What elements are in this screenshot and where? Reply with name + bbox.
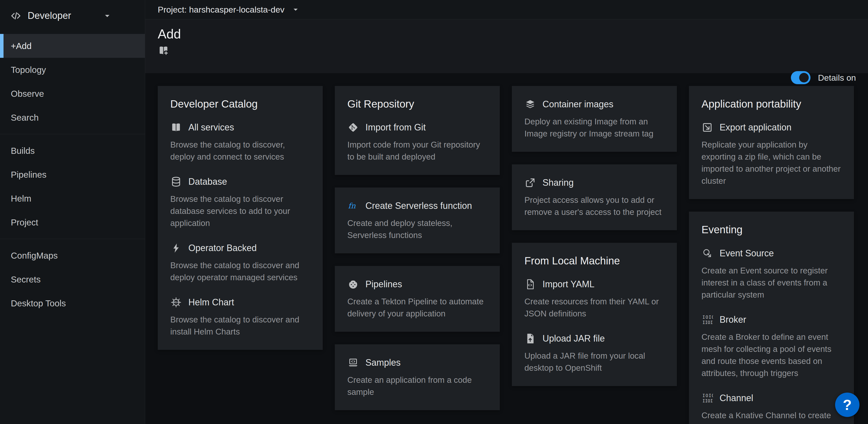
add-item-link-helm-chart[interactable]: HELMHelm Chart <box>170 296 310 308</box>
card-title: From Local Machine <box>524 255 664 267</box>
item-title: Export application <box>719 122 792 133</box>
help-button[interactable]: ? <box>835 393 860 417</box>
layers-icon <box>524 98 536 110</box>
sidebar-item-configmaps[interactable]: ConfigMaps <box>0 244 145 267</box>
project-selector[interactable]: Project: harshcasper-localsta-dev <box>158 5 299 15</box>
add-item-samples: SamplesCreate an application from a code… <box>347 357 487 398</box>
sidebar-item-observe[interactable]: Observe <box>0 82 145 106</box>
add-item-create-serverless-function: fnCreate Serverless functionCreate and d… <box>347 200 487 241</box>
card-git-repository: Git RepositoryImport from GitImport code… <box>335 86 500 175</box>
upload-file-icon <box>524 333 536 344</box>
add-item-link-operator-backed[interactable]: Operator Backed <box>170 242 310 254</box>
card-column: Developer CatalogAll servicesBrowse the … <box>158 86 323 424</box>
item-description: Browse the catalog to discover and deplo… <box>170 259 310 283</box>
page-header: Add Details on <box>145 19 868 73</box>
svg-text:IOIO: IOIO <box>703 315 713 320</box>
add-page-content: Developer CatalogAll servicesBrowse the … <box>145 73 868 424</box>
catalog-plus-icon[interactable] <box>158 45 169 56</box>
card-column: Container imagesDeploy an existing Image… <box>512 86 677 424</box>
add-item-database: DatabaseBrowse the catalog to discover d… <box>170 176 310 229</box>
item-description: Create an Event source to register inter… <box>702 265 841 301</box>
add-item-pipelines: PipelinesCreate a Tekton Pipeline to aut… <box>347 279 487 320</box>
perspective-label: Developer <box>28 10 71 21</box>
svg-text:IOIO: IOIO <box>703 393 713 398</box>
sidebar-item-add[interactable]: +Add <box>0 34 145 58</box>
page-title: Add <box>158 27 856 41</box>
add-item-channel: IOIOIIOIIChannelCreate a Knative Channel… <box>702 392 841 424</box>
item-title: Import YAML <box>542 279 594 289</box>
sidebar-item-label: Project <box>11 218 38 227</box>
card-create-serverless-function: fnCreate Serverless functionCreate and d… <box>335 188 500 253</box>
add-item-link-container-images[interactable]: Container images <box>524 98 664 110</box>
card-title: Eventing <box>702 224 841 236</box>
share-icon <box>524 177 536 189</box>
sidebar-item-desktop-tools[interactable]: Desktop Tools <box>0 291 145 315</box>
bolt-icon <box>170 242 182 254</box>
item-description: Import code from your Git repository to … <box>347 139 487 163</box>
sidebar-item-secrets[interactable]: Secrets <box>0 267 145 291</box>
sidebar-item-topology[interactable]: Topology <box>0 58 145 82</box>
perspective-switcher[interactable]: Developer <box>0 0 145 31</box>
add-item-link-upload-jar-file[interactable]: Upload JAR file <box>524 333 664 344</box>
add-item-export-application: Export applicationReplicate your applica… <box>702 122 841 187</box>
card-title: Application portability <box>702 98 841 110</box>
sidebar-item-label: +Add <box>11 41 32 51</box>
item-title: Pipelines <box>366 279 402 289</box>
item-title: Upload JAR file <box>542 333 605 344</box>
item-title: Sharing <box>542 177 574 188</box>
item-description: Project access allows you to add or remo… <box>524 194 664 218</box>
channel-icon: IOIOIIOII <box>702 392 713 404</box>
sidebar-item-pipelines[interactable]: Pipelines <box>0 163 145 187</box>
add-item-link-create-serverless-function[interactable]: fnCreate Serverless function <box>347 200 487 211</box>
add-item-link-channel[interactable]: IOIOIIOIIChannel <box>702 392 841 404</box>
item-title: Helm Chart <box>188 297 234 308</box>
sidebar-item-helm[interactable]: Helm <box>0 187 145 210</box>
item-description: Browse the catalog to discover database … <box>170 193 310 229</box>
helm-icon: HELM <box>170 296 182 308</box>
item-description: Create resources from their YAML or JSON… <box>524 295 664 320</box>
add-item-event-source: Event SourceCreate an Event source to re… <box>702 248 841 301</box>
sidebar-item-label: Observe <box>11 89 44 99</box>
card-samples: SamplesCreate an application from a code… <box>335 344 500 410</box>
chevron-down-icon <box>292 6 299 13</box>
sidebar-group-divider <box>0 239 145 239</box>
card-column: Application portabilityExport applicatio… <box>689 86 854 424</box>
add-item-all-services: All servicesBrowse the catalog to discov… <box>170 122 310 163</box>
card-from-local-machine: From Local MachineImport YAMLCreate reso… <box>512 243 677 386</box>
sidebar-item-project[interactable]: Project <box>0 210 145 234</box>
add-item-link-database[interactable]: Database <box>170 176 310 188</box>
sidebar-item-label: Builds <box>11 146 35 156</box>
item-title: Operator Backed <box>188 243 257 253</box>
add-item-helm-chart: HELMHelm ChartBrowse the catalog to disc… <box>170 296 310 338</box>
add-item-link-export-application[interactable]: Export application <box>702 122 841 133</box>
sidebar-item-label: Secrets <box>11 275 41 284</box>
add-item-link-samples[interactable]: Samples <box>347 357 487 368</box>
item-description: Create an application from a code sample <box>347 374 487 398</box>
add-item-link-pipelines[interactable]: Pipelines <box>347 279 487 290</box>
add-item-link-broker[interactable]: IOIOIIOIIBroker <box>702 314 841 326</box>
add-item-link-import-from-git[interactable]: Import from Git <box>347 122 487 133</box>
svg-text:HELM: HELM <box>173 301 180 304</box>
item-description: Browse the catalog to discover and insta… <box>170 314 310 338</box>
add-item-upload-jar-file: Upload JAR fileUpload a JAR file from yo… <box>524 333 664 374</box>
add-item-link-sharing[interactable]: Sharing <box>524 177 664 189</box>
card-column: Git RepositoryImport from GitImport code… <box>335 86 500 424</box>
add-item-sharing: SharingProject access allows you to add … <box>524 177 664 218</box>
export-icon <box>702 122 713 133</box>
sidebar-item-search[interactable]: Search <box>0 106 145 130</box>
item-description: Create a Tekton Pipeline to automate del… <box>347 295 487 320</box>
add-item-link-event-source[interactable]: Event Source <box>702 248 841 259</box>
svg-text:IIOII: IIOII <box>703 320 713 325</box>
item-title: Create Serverless function <box>366 201 472 211</box>
book-icon <box>170 122 182 133</box>
item-description: Create and deploy stateless, Serverless … <box>347 217 487 241</box>
sidebar-item-label: Search <box>11 113 39 123</box>
sidebar-item-label: Helm <box>11 194 31 204</box>
card-title: Developer Catalog <box>170 98 310 110</box>
add-item-operator-backed: Operator BackedBrowse the catalog to dis… <box>170 242 310 283</box>
item-description: Create a Knative Channel to create an ev… <box>702 409 841 424</box>
sidebar-item-builds[interactable]: Builds <box>0 139 145 163</box>
add-item-link-all-services[interactable]: All services <box>170 122 310 133</box>
add-item-link-import-yaml[interactable]: Import YAML <box>524 279 664 290</box>
question-mark-icon: ? <box>843 396 852 413</box>
